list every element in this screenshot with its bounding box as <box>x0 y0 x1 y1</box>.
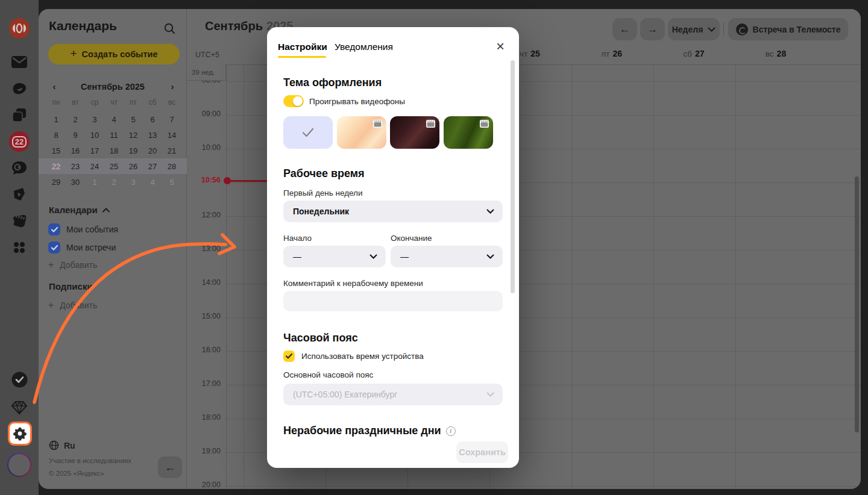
theme-card-dark-video[interactable] <box>390 116 439 149</box>
rail-premium-diamond-icon[interactable] <box>0 396 39 420</box>
video-background-toggle[interactable] <box>283 95 304 107</box>
save-button[interactable]: Сохранить <box>456 441 508 463</box>
avatar[interactable] <box>0 453 39 477</box>
mini-cal-day[interactable]: 5 <box>124 115 143 124</box>
sidebar: Календарь + Создать событие ‹ Сентябрь 2… <box>39 9 187 489</box>
use-device-time-checkbox[interactable] <box>283 350 295 362</box>
hour-label: 18:00 <box>190 413 221 422</box>
mini-cal-day[interactable]: 3 <box>85 115 104 124</box>
day-header-пт[interactable]: пт26 <box>571 49 653 58</box>
mini-cal-day[interactable]: 5 <box>162 178 181 187</box>
mini-cal-day[interactable]: 29 <box>46 178 66 187</box>
mini-cal-day[interactable]: 2 <box>66 115 85 124</box>
theme-card-grass-video[interactable] <box>444 116 493 149</box>
arrow-right-icon: → <box>647 23 658 36</box>
mini-cal-day[interactable]: 14 <box>162 131 181 140</box>
mini-cal-day[interactable]: 27 <box>143 162 162 171</box>
modal-tab-notifications[interactable]: Уведомления <box>335 42 393 52</box>
prev-week-button[interactable]: ← <box>612 18 637 40</box>
rail-app-documents-icon[interactable] <box>0 103 39 127</box>
end-label: Окончание <box>391 234 432 243</box>
mini-cal-day[interactable]: 1 <box>85 178 104 187</box>
work-end-select[interactable]: — <box>391 246 503 267</box>
rail-app-more-apps-icon[interactable] <box>0 235 39 260</box>
mini-cal-day[interactable]: 2 <box>104 178 124 187</box>
rail-app-yandex360-icon[interactable] <box>0 16 39 40</box>
rail-tasks-check-icon[interactable] <box>0 367 39 391</box>
grid-column-line <box>571 65 572 489</box>
create-event-button[interactable]: + Создать событие <box>48 44 180 64</box>
mini-cal-day[interactable]: 12 <box>124 131 143 140</box>
mini-cal-day[interactable]: 17 <box>85 146 104 155</box>
mini-cal-day[interactable]: 15 <box>46 146 66 155</box>
copyright-text: © 2025 «Яндекс» <box>49 470 104 477</box>
mini-cal-day[interactable]: 21 <box>162 146 181 155</box>
grid-column-line <box>244 65 244 489</box>
mini-cal-day[interactable]: 6 <box>143 115 162 124</box>
calendar-checkbox[interactable] <box>48 241 60 254</box>
modal-scrollbar[interactable] <box>511 60 515 293</box>
calendar-list-item[interactable]: Мои события <box>48 223 118 236</box>
mini-cal-day[interactable]: 4 <box>104 115 124 124</box>
next-week-button[interactable]: → <box>640 18 665 40</box>
calendars-section-header[interactable]: Календари <box>49 205 110 215</box>
mini-cal-day[interactable]: 30 <box>66 178 85 187</box>
view-selector[interactable]: Неделя <box>668 18 720 40</box>
day-header-сб[interactable]: сб27 <box>653 49 735 58</box>
research-link[interactable]: Участие в исследованиях <box>49 457 131 464</box>
work-start-select[interactable]: — <box>283 246 386 267</box>
mini-cal-day[interactable]: 3 <box>124 178 143 187</box>
rail-app-disk-icon[interactable] <box>0 76 39 101</box>
rail-app-messenger-icon[interactable] <box>0 156 39 180</box>
calendar-list-item[interactable]: Мои встречи <box>48 241 116 254</box>
mini-cal-day[interactable]: 11 <box>104 131 124 140</box>
mini-cal-day[interactable]: 13 <box>143 131 162 140</box>
mini-cal-day[interactable]: 18 <box>104 146 124 155</box>
modal-tab-settings[interactable]: Настройки <box>278 42 327 52</box>
day-header-вс[interactable]: вс28 <box>735 49 817 58</box>
video-background-toggle-label: Проигрывать видеофоны <box>309 97 405 106</box>
week-view-scrollbar[interactable] <box>855 176 859 432</box>
mini-cal-day[interactable]: 1 <box>46 115 66 124</box>
film-icon <box>480 120 489 128</box>
first-day-select[interactable]: Понедельник <box>283 201 503 222</box>
info-icon[interactable]: i <box>446 426 456 436</box>
mini-cal-day-today[interactable]: 22 <box>46 162 66 171</box>
mini-cal-day[interactable]: 8 <box>46 131 66 140</box>
mini-cal-day[interactable]: 24 <box>85 162 104 171</box>
calendar-app-badge: 22 <box>9 131 30 152</box>
settings-gear-annotated[interactable] <box>8 422 32 446</box>
collapse-sidebar-button[interactable]: ← <box>158 456 182 478</box>
plus-icon: + <box>70 47 77 60</box>
mini-cal-day[interactable]: 28 <box>162 162 181 171</box>
comment-input[interactable] <box>283 291 503 311</box>
hour-label: 12:00 <box>190 211 221 219</box>
mini-cal-day[interactable]: 20 <box>143 146 162 155</box>
telemost-meeting-button[interactable]: Встреча в Телемосте <box>728 18 848 40</box>
mini-cal-day[interactable]: 7 <box>162 115 181 124</box>
close-icon[interactable]: × <box>496 39 505 54</box>
theme-section-title: Тема оформления <box>283 76 382 89</box>
language-switcher[interactable]: Ru <box>49 440 75 450</box>
mini-cal-next-icon[interactable]: › <box>166 81 178 92</box>
mini-cal-week-row: 293012345 <box>39 174 187 190</box>
mini-cal-day[interactable]: 4 <box>143 178 162 187</box>
mini-cal-day[interactable]: 9 <box>66 131 85 140</box>
theme-card-peach-video[interactable] <box>337 116 386 149</box>
first-day-label: Первый день недели <box>283 188 363 198</box>
theme-card-default-light[interactable] <box>283 116 333 149</box>
mini-cal-day[interactable]: 23 <box>66 162 85 171</box>
mini-cal-day[interactable]: 10 <box>85 131 104 140</box>
calendar-checkbox[interactable] <box>48 223 60 235</box>
mini-cal-day[interactable]: 19 <box>124 146 143 155</box>
mini-cal-day[interactable]: 26 <box>124 162 143 171</box>
add-calendar-button[interactable]: + Добавить <box>48 260 97 270</box>
rail-app-calendar-icon[interactable]: 22 <box>0 129 39 154</box>
rail-app-mail-icon[interactable] <box>0 50 39 74</box>
search-icon[interactable] <box>163 22 176 35</box>
mini-cal-day[interactable]: 16 <box>66 146 85 155</box>
add-subscription-button[interactable]: + Добавить <box>48 300 97 311</box>
rail-app-notes-icon[interactable] <box>0 209 39 233</box>
mini-cal-day[interactable]: 25 <box>104 162 124 171</box>
rail-app-telemost-icon[interactable] <box>0 182 39 207</box>
